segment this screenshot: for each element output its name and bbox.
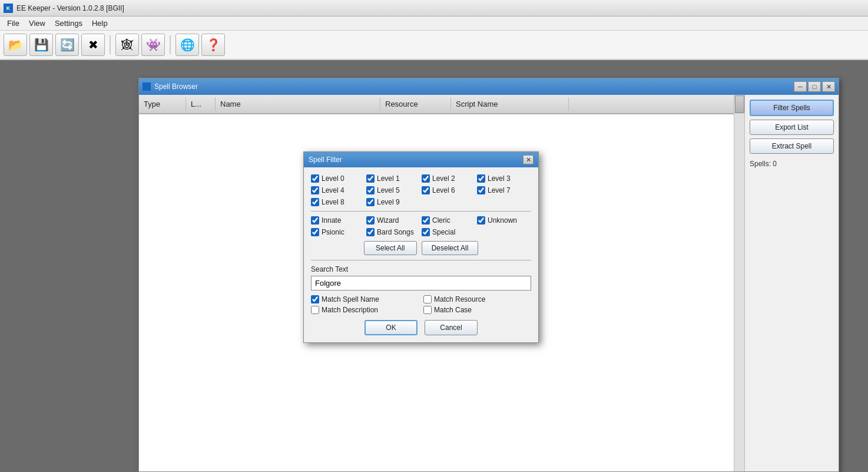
match-spell-name-item[interactable]: Match Spell Name	[311, 295, 419, 303]
match-case-checkbox[interactable]	[423, 306, 432, 314]
cancel-button[interactable]: ✖	[81, 34, 105, 56]
bard-songs-checkbox[interactable]	[366, 228, 375, 236]
web-button[interactable]: 🕸	[115, 34, 139, 56]
dialog-title-bar: Spell Filter ✕	[304, 152, 538, 167]
unknown-checkbox[interactable]	[477, 216, 485, 225]
dialog-title: Spell Filter	[309, 156, 342, 164]
level2-checkbox[interactable]	[422, 174, 430, 183]
unknown-checkbox-item[interactable]: Unknown	[477, 216, 530, 225]
innate-checkbox-item[interactable]: Innate	[311, 216, 364, 225]
refresh-button[interactable]: 🔄	[55, 34, 79, 56]
select-all-button[interactable]: Select All	[364, 241, 417, 255]
level5-label: Level 5	[377, 186, 400, 194]
menu-view[interactable]: View	[24, 18, 50, 29]
window-title-left: Spell Browser	[143, 82, 198, 91]
app-title: EE Keeper - Version 1.0.2.8 [BGII]	[16, 4, 124, 12]
globe-button[interactable]: 🌐	[175, 34, 199, 56]
deselect-all-button[interactable]: Deselect All	[422, 241, 479, 255]
ok-cancel-row: OK Cancel	[311, 320, 531, 335]
close-button[interactable]: ✕	[822, 81, 835, 92]
search-options: Match Spell Name Match Resource Match De…	[311, 295, 531, 314]
level7-checkbox[interactable]	[477, 186, 485, 194]
open-button[interactable]: 📂	[4, 34, 27, 56]
cancel-button[interactable]: Cancel	[425, 320, 478, 335]
right-panel: Filter Spells Export List Extract Spell …	[744, 95, 839, 471]
wizard-checkbox-item[interactable]: Wizard	[366, 216, 419, 225]
level1-checkbox[interactable]	[366, 174, 375, 183]
special-checkbox-item[interactable]: Special	[422, 228, 475, 236]
menu-file[interactable]: File	[2, 18, 24, 29]
psionic-checkbox[interactable]	[311, 228, 319, 236]
wizard-checkbox[interactable]	[366, 216, 375, 225]
match-spell-name-checkbox[interactable]	[311, 295, 319, 303]
cleric-checkbox-item[interactable]: Cleric	[422, 216, 475, 225]
level9-label: Level 9	[377, 198, 400, 206]
wizard-label: Wizard	[377, 216, 399, 225]
unknown-label: Unknown	[488, 216, 517, 225]
character-button[interactable]: 👾	[141, 34, 165, 56]
level1-checkbox-item[interactable]: Level 1	[366, 174, 419, 183]
app-icon: K	[4, 4, 13, 13]
level5-checkbox[interactable]	[366, 186, 375, 194]
bard-songs-checkbox-item[interactable]: Bard Songs	[366, 228, 419, 236]
cleric-label: Cleric	[432, 216, 450, 225]
level4-checkbox-item[interactable]: Level 4	[311, 186, 364, 194]
dialog-body: Level 0 Level 1 Level 2 Level 3	[304, 167, 538, 342]
window-controls: ─ □ ✕	[794, 81, 835, 92]
level9-checkbox[interactable]	[366, 198, 375, 206]
divider-1	[311, 211, 531, 212]
match-description-label: Match Description	[322, 306, 378, 314]
special-checkbox[interactable]	[422, 228, 430, 236]
level8-checkbox[interactable]	[311, 198, 319, 206]
search-label: Search Text	[311, 265, 531, 273]
ok-button[interactable]: OK	[365, 320, 418, 335]
dialog-close-button[interactable]: ✕	[523, 155, 534, 164]
level6-checkbox-item[interactable]: Level 6	[422, 186, 475, 194]
filter-spells-button[interactable]: Filter Spells	[750, 100, 834, 116]
match-resource-checkbox[interactable]	[423, 295, 432, 303]
match-resource-item[interactable]: Match Resource	[423, 295, 531, 303]
match-case-item[interactable]: Match Case	[423, 306, 531, 314]
level2-label: Level 2	[432, 174, 455, 183]
level0-checkbox-item[interactable]: Level 0	[311, 174, 364, 183]
level7-checkbox-item[interactable]: Level 7	[477, 186, 530, 194]
table-header: Type L... Name Resource Script Name	[139, 95, 734, 114]
minimize-button[interactable]: ─	[794, 81, 807, 92]
level0-checkbox[interactable]	[311, 174, 319, 183]
level8-checkbox-item[interactable]: Level 8	[311, 198, 364, 206]
types-row-1: Innate Wizard Cleric Unknown	[311, 216, 531, 225]
window-icon	[143, 82, 151, 91]
extract-spell-button[interactable]: Extract Spell	[750, 138, 834, 154]
spells-count: Spells: 0	[750, 157, 834, 170]
cleric-checkbox[interactable]	[422, 216, 430, 225]
psionic-label: Psionic	[322, 228, 344, 236]
match-description-checkbox[interactable]	[311, 306, 319, 314]
level6-checkbox[interactable]	[422, 186, 430, 194]
psionic-checkbox-item[interactable]: Psionic	[311, 228, 364, 236]
level3-checkbox[interactable]	[477, 174, 485, 183]
innate-checkbox[interactable]	[311, 216, 319, 225]
level5-checkbox-item[interactable]: Level 5	[366, 186, 419, 194]
level4-checkbox[interactable]	[311, 186, 319, 194]
level0-label: Level 0	[322, 174, 344, 183]
menu-help[interactable]: Help	[87, 18, 112, 29]
level9-checkbox-item[interactable]: Level 9	[366, 198, 419, 206]
maximize-button[interactable]: □	[808, 81, 821, 92]
menu-settings[interactable]: Settings	[50, 18, 87, 29]
toolbar: 📂 💾 🔄 ✖ 🕸 👾 🌐 ❓	[0, 31, 868, 60]
match-description-item[interactable]: Match Description	[311, 306, 419, 314]
match-case-label: Match Case	[434, 306, 472, 314]
help-button[interactable]: ❓	[201, 34, 225, 56]
level7-label: Level 7	[488, 186, 511, 194]
window-title: Spell Browser	[154, 82, 198, 91]
table-scrollbar[interactable]	[734, 95, 744, 471]
save-button[interactable]: 💾	[29, 34, 53, 56]
level1-label: Level 1	[377, 174, 400, 183]
level2-checkbox-item[interactable]: Level 2	[422, 174, 475, 183]
col-name-header: Name	[216, 97, 380, 111]
search-input[interactable]	[311, 276, 531, 291]
export-list-button[interactable]: Export List	[750, 120, 834, 135]
scrollbar-thumb[interactable]	[735, 95, 744, 113]
level3-checkbox-item[interactable]: Level 3	[477, 174, 530, 183]
toolbar-separator	[110, 35, 111, 54]
